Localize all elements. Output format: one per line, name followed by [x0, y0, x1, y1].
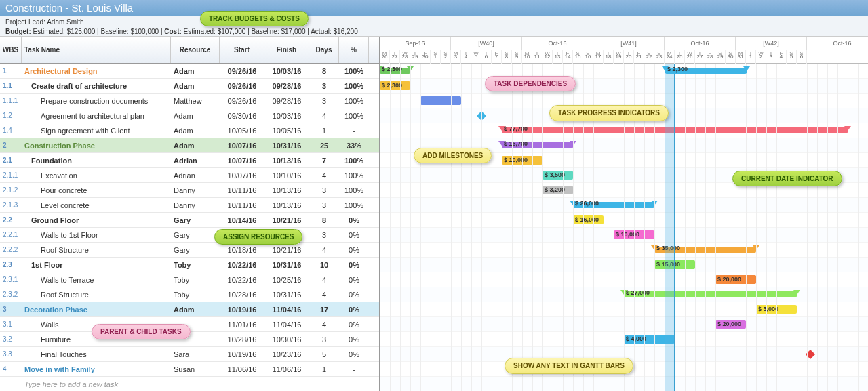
task-row[interactable]: 2.1.1ExcavationAdrian10/07/1610/10/16410…: [0, 168, 379, 183]
task-grid[interactable]: WBSTask NameResourceStartFinishDays% 1Ar…: [0, 37, 380, 391]
task-row[interactable]: 1Architectural DesignAdam09/26/1610/03/1…: [0, 64, 379, 79]
task-row[interactable]: 2.2Ground FloorGary10/14/1610/21/1680%: [0, 213, 379, 228]
task-row[interactable]: 2.31st FloorToby10/22/1610/31/16100%: [0, 258, 379, 272]
callout-budgets: TRACK BUDGETS & COSTS: [200, 11, 309, 26]
task-row[interactable]: 2.2.2Roof StructureGary10/18/1610/21/164…: [0, 243, 379, 258]
gantt-bar[interactable]: $ 3,200: [542, 186, 573, 194]
task-row[interactable]: 2.3.2Roof StructureToby10/28/1610/31/164…: [0, 287, 379, 302]
new-task-row[interactable]: Type here to add a new task: [0, 377, 379, 391]
task-row[interactable]: 1.1.1Prepare construction documentsMatth…: [0, 94, 379, 108]
callout-progress: TASK PROGRESS INDICATORS: [549, 105, 669, 121]
gantt-bar[interactable]: $ 20,000: [715, 320, 746, 329]
day-letter-row: MTWTFSSMTWTFSSMTWTFSSMTWTFSSMTWTFSSMTWTF…: [380, 50, 868, 64]
task-row[interactable]: 1.4Sign agreement with ClientAdam10/05/1…: [0, 123, 379, 138]
task-row[interactable]: 3Decoration PhaseAdam10/19/1611/04/16170…: [0, 302, 379, 317]
gantt-chart[interactable]: Sep-16[W40]Oct-16[W41]Oct-16[W42]Oct-16[…: [380, 37, 868, 391]
task-row[interactable]: 3.3Final TouchesSara10/19/1610/23/1650%: [0, 347, 379, 362]
task-row[interactable]: 2.1.3Level concreteDanny10/11/1610/13/16…: [0, 198, 379, 213]
project-meta: Project Lead: Adam Smith Budget: Estimat…: [0, 16, 868, 37]
gantt-bar[interactable]: $ 2,300: [380, 68, 410, 74]
gantt-bar[interactable]: $ 2,300: [665, 68, 747, 74]
callout-milestones: ADD MILESTONES: [414, 148, 492, 163]
grid-header: WBSTask NameResourceStartFinishDays%: [0, 37, 379, 64]
task-row[interactable]: 2.1FoundationAdrian10/07/1610/13/167100%: [0, 153, 379, 168]
task-row[interactable]: 2Construction PhaseAdam10/07/1610/31/162…: [0, 138, 379, 153]
task-row[interactable]: 1.1Create draft of architectureAdam09/26…: [0, 79, 379, 94]
gantt-bar[interactable]: $ 3,500: [542, 171, 573, 180]
task-row[interactable]: 2.1.2Pour concreteDanny10/11/1610/13/163…: [0, 183, 379, 198]
task-row[interactable]: 2.2.1Walls to 1st FloorGary30%: [0, 228, 379, 243]
callout-text: SHOW ANY TEXT IN GANTT BARS: [505, 358, 633, 374]
callout-deps: TASK DEPENDENCIES: [485, 76, 576, 91]
task-row[interactable]: 2.3.1Walls to TerraceToby10/22/1610/25/1…: [0, 272, 379, 287]
gantt-bar[interactable]: $ 27,000: [624, 291, 797, 297]
callout-parent: PARENT & CHILD TASKS: [92, 324, 191, 339]
callout-resources: ASSIGN RESOURCES: [214, 229, 302, 245]
gantt-bar[interactable]: $ 2,300: [380, 81, 410, 90]
callout-current: CURRENT DATE INDICATOR: [732, 171, 842, 186]
title-bar: Construction - St. Louis Villa: [0, 0, 868, 16]
task-row[interactable]: 4Move in with FamilySusan11/06/1611/06/1…: [0, 362, 379, 377]
gantt-bar[interactable]: $ 16,000: [573, 215, 604, 224]
task-row[interactable]: 1.2Agreement to architectural planAdam09…: [0, 108, 379, 123]
